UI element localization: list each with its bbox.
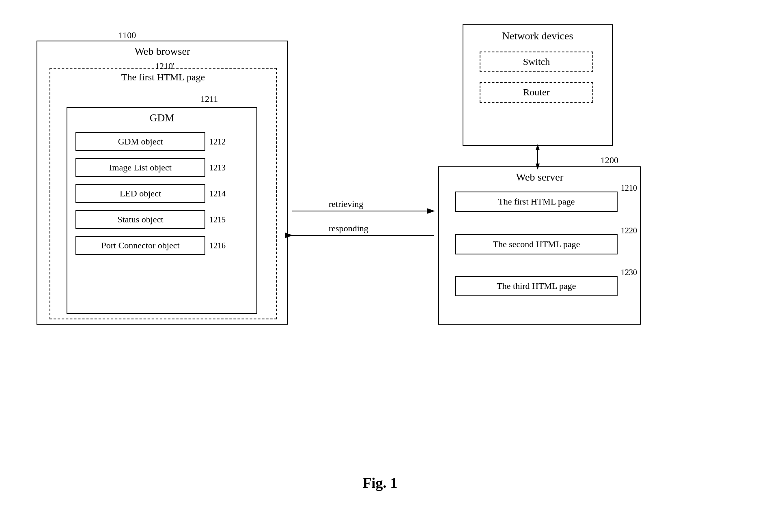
image-list-object-box: Image List object xyxy=(75,158,205,177)
gdm-box: GDM GDM object 1212 Image List object 12… xyxy=(67,107,257,314)
label-1220: 1220 xyxy=(621,226,637,235)
svg-text:retrieving: retrieving xyxy=(329,199,364,209)
gdm-object-row-2: Image List object 1213 xyxy=(75,158,250,177)
gdm-object-row-3: LED object 1214 xyxy=(75,184,250,203)
router-box: Router xyxy=(480,82,593,103)
gdm-object-row-4: Status object 1215 xyxy=(75,210,250,229)
gdm-object-box: GDM object xyxy=(75,132,205,151)
server-second-html-page: The second HTML page 1220 xyxy=(455,234,618,254)
gdm-object-row-1: GDM object 1212 xyxy=(75,132,250,151)
diagram: 1100 Web browser 1210' The first HTML pa… xyxy=(24,24,734,341)
label-1210: 1210 xyxy=(621,183,637,193)
web-server-box: Web server The first HTML page 1210 The … xyxy=(438,166,641,325)
label-1215: 1215 xyxy=(209,215,226,224)
label-1230: 1230 xyxy=(621,268,637,277)
first-html-page-label: The first HTML page xyxy=(121,72,205,83)
label-1211: 1211 xyxy=(200,94,218,104)
svg-text:responding: responding xyxy=(329,223,368,233)
fig-label: Fig. 1 xyxy=(363,474,398,491)
server-third-html-page: The third HTML page 1230 xyxy=(455,276,618,296)
web-browser-label: Web browser xyxy=(134,45,190,58)
label-1216: 1216 xyxy=(209,241,226,250)
label-1212: 1212 xyxy=(209,137,226,146)
port-connector-object-box: Port Connector object xyxy=(75,236,205,255)
gdm-objects: GDM object 1212 Image List object 1213 L… xyxy=(75,132,250,262)
gdm-object-row-5: Port Connector object 1216 xyxy=(75,236,250,255)
gdm-label: GDM xyxy=(150,112,174,124)
label-1200: 1200 xyxy=(601,155,618,166)
label-1214: 1214 xyxy=(209,189,226,198)
switch-box: Switch xyxy=(480,52,593,72)
label-1213: 1213 xyxy=(209,163,226,172)
label-1100: 1100 xyxy=(118,30,136,41)
network-devices-box: Network devices Switch Router xyxy=(463,24,613,146)
web-server-label: Web server xyxy=(516,171,563,183)
led-object-box: LED object xyxy=(75,184,205,203)
status-object-box: Status object xyxy=(75,210,205,229)
web-browser-box: 1100 Web browser 1210' The first HTML pa… xyxy=(37,41,288,325)
network-devices-label: Network devices xyxy=(502,30,573,42)
first-html-dashed-box: The first HTML page 1211 GDM GDM object … xyxy=(50,68,277,319)
server-first-html-page: The first HTML page 1210 xyxy=(455,192,618,212)
